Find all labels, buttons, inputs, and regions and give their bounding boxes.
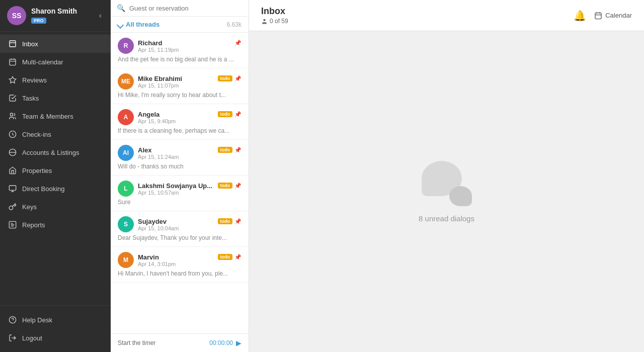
thread-info: Sujaydev todo📌 Apr 15, 10:04am: [138, 218, 242, 231]
sidebar-item-accounts-listings[interactable]: Accounts & Listings: [0, 143, 111, 161]
timer-bar: Start the timer 00:00:00 ▶: [111, 333, 249, 352]
sidebar-item-direct-booking[interactable]: Direct Booking: [0, 180, 111, 198]
svg-marker-2: [9, 76, 16, 83]
thread-info: Richard 📌 Apr 15, 11:19pm: [138, 39, 242, 53]
thread-item[interactable]: M Marvin todo📌 Apr 14, 3:01pm Hi Marvin,…: [111, 247, 249, 283]
pin-icon: 📌: [234, 254, 242, 260]
thread-name-row: Angela todo📌: [138, 111, 242, 118]
search-icon: 🔍: [117, 4, 125, 12]
pin-icon: 📌: [234, 183, 242, 189]
threads-filter-button[interactable]: All threads: [118, 21, 159, 28]
thread-time: Apr 15, 10:57am: [138, 190, 242, 196]
timer-label[interactable]: Start the timer: [118, 339, 155, 346]
calendar-button[interactable]: Calendar: [594, 12, 632, 20]
svg-rect-12: [595, 13, 601, 19]
sidebar-item-properties-label: Properties: [22, 167, 52, 174]
thread-name-row: Richard 📌: [138, 39, 242, 47]
svg-rect-1: [10, 59, 16, 65]
thread-item[interactable]: L Lakshmi Sowjanya Up... todo📌 Apr 15, 1…: [111, 175, 249, 211]
checkin-icon: [8, 130, 17, 139]
pin-icon: 📌: [234, 111, 242, 118]
thread-preview: Hi Mike, I'm really sorry to hear about …: [118, 92, 242, 99]
threads-filter-label: All threads: [126, 21, 159, 28]
sidebar-item-keys[interactable]: Keys: [0, 198, 111, 216]
thread-meta: todo📌: [218, 75, 242, 82]
collapse-sidebar-button[interactable]: ‹: [97, 9, 104, 22]
thread-avatar: M: [118, 252, 134, 268]
thread-item[interactable]: S Sujaydev todo📌 Apr 15, 10:04am Dear Su…: [111, 211, 249, 247]
thread-meta: todo📌: [218, 254, 242, 260]
thread-item[interactable]: Al Alex todo📌 Apr 15, 11:24am Will do - …: [111, 140, 249, 175]
thread-time: Apr 15, 11:07pm: [138, 82, 242, 89]
sidebar-footer: Help Desk Logout: [0, 305, 111, 352]
thread-preview: Sure: [118, 199, 242, 206]
sidebar-item-tasks[interactable]: Tasks: [0, 89, 111, 107]
sidebar-item-team-members-label: Team & Members: [22, 113, 73, 120]
star-icon: [8, 75, 17, 84]
sidebar-item-properties[interactable]: Properties: [0, 161, 111, 180]
timer-display: 00:00:00 ▶: [209, 339, 242, 347]
sidebar-item-check-ins[interactable]: Check-ins: [0, 125, 111, 143]
thread-name: Sujaydev: [138, 218, 167, 225]
sidebar-item-reviews-label: Reviews: [22, 76, 47, 84]
empty-state-text: 8 unread dialogs: [419, 214, 474, 223]
sidebar-item-help-desk[interactable]: Help Desk: [0, 311, 111, 329]
pin-icon: 📌: [234, 75, 242, 82]
thread-preview: And the pet fee is no big deal and he is…: [118, 56, 242, 63]
avatar: SS: [7, 6, 26, 25]
thread-meta: todo📌: [218, 183, 242, 189]
logout-icon: [8, 333, 17, 342]
timer-play-button[interactable]: ▶: [236, 339, 242, 347]
thread-name: Angela: [138, 111, 159, 118]
svg-rect-0: [10, 41, 16, 47]
thread-item[interactable]: R Richard 📌 Apr 15, 11:19pm And the pet …: [111, 33, 249, 68]
user-name: Sharon Smith: [31, 7, 97, 15]
thread-time: Apr 15, 11:19pm: [138, 47, 242, 53]
todo-badge: todo: [218, 218, 233, 224]
pin-icon: 📌: [234, 40, 242, 46]
sidebar-item-keys-label: Keys: [22, 203, 37, 211]
thread-time: Apr 15, 11:24am: [138, 154, 242, 160]
sidebar: SS Sharon Smith PRO ‹ Inbox Multi-calend…: [0, 0, 111, 352]
todo-badge: todo: [218, 183, 233, 189]
thread-info: Angela todo📌 Apr 15, 9:40pm: [138, 111, 242, 124]
person-icon: [261, 18, 268, 25]
sidebar-item-logout[interactable]: Logout: [0, 329, 111, 347]
sidebar-item-logout-label: Logout: [22, 334, 42, 342]
thread-name: Alex: [138, 146, 151, 154]
thread-avatar: A: [118, 109, 134, 125]
svg-point-3: [10, 113, 13, 116]
pin-icon: 📌: [234, 218, 242, 225]
notifications-bell-icon[interactable]: 🔔: [574, 10, 586, 22]
thread-name-row: Sujaydev todo📌: [138, 218, 242, 225]
search-bar: 🔍: [111, 0, 249, 17]
main-header: Inbox 0 of 59 🔔 Calendar: [249, 0, 644, 31]
booking-icon: [8, 184, 17, 193]
sidebar-item-reviews[interactable]: Reviews: [0, 71, 111, 89]
team-icon: [8, 112, 17, 121]
reports-icon: [8, 220, 17, 229]
sidebar-item-direct-booking-label: Direct Booking: [22, 185, 65, 193]
search-input[interactable]: [129, 5, 243, 12]
thread-item[interactable]: ME Mike Ebrahimi todo📌 Apr 15, 11:07pm H…: [111, 68, 249, 104]
sidebar-item-tasks-label: Tasks: [22, 95, 39, 102]
sidebar-item-team-members[interactable]: Team & Members: [0, 107, 111, 125]
sidebar-item-multi-calendar[interactable]: Multi-calendar: [0, 53, 111, 71]
thread-item[interactable]: A Angela todo📌 Apr 15, 9:40pm If there i…: [111, 104, 249, 140]
thread-name: Marvin: [138, 253, 159, 261]
thread-info: Alex todo📌 Apr 15, 11:24am: [138, 146, 242, 160]
svg-rect-6: [9, 186, 16, 190]
calendar-btn-icon: [594, 12, 602, 20]
thread-panel: 🔍 All threads 6.63k R Richard 📌 Apr 15, …: [111, 0, 249, 352]
sidebar-item-reports[interactable]: Reports: [0, 216, 111, 234]
chevron-down-icon: [117, 21, 124, 28]
thread-name: Richard: [138, 39, 162, 47]
inbox-count: 0 of 59: [270, 18, 288, 25]
sidebar-item-inbox[interactable]: Inbox: [0, 35, 111, 53]
pro-badge: PRO: [31, 18, 46, 24]
thread-meta: todo📌: [218, 111, 242, 118]
thread-top: S Sujaydev todo📌 Apr 15, 10:04am: [118, 216, 242, 232]
sidebar-item-inbox-label: Inbox: [22, 40, 38, 48]
key-icon: [8, 202, 17, 211]
calendar-button-label: Calendar: [605, 12, 632, 19]
